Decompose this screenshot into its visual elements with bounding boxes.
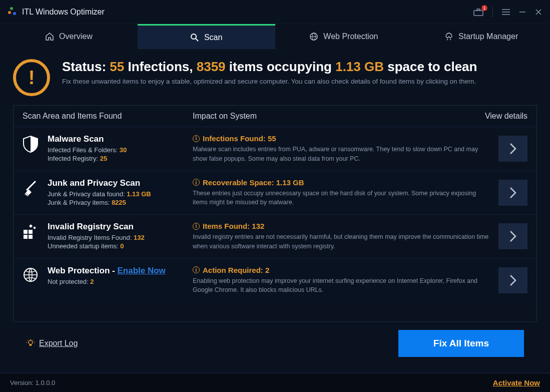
svg-line-28 [33, 340, 34, 341]
row-stat: Junk & Privacy data found: 1.13 GB [48, 190, 193, 198]
info-icon: i [193, 179, 200, 186]
search-icon [190, 33, 199, 42]
view-details-button[interactable] [498, 267, 527, 293]
divider [492, 7, 493, 18]
row-stat: Not protected: 2 [48, 278, 193, 285]
warning-icon: ! [13, 59, 50, 96]
impact-description: Malware scan includes entries from PUA, … [193, 145, 490, 164]
title-bar: ITL Windows Optimizer 1 [0, 0, 550, 24]
info-icon: i [193, 135, 200, 142]
menu-icon[interactable] [502, 9, 510, 16]
row-stat: Junk & Privacy items: 8225 [48, 199, 193, 206]
app-title: ITL Windows Optimizer [22, 8, 105, 17]
impact-description: Invalid registry entries are not necessa… [193, 232, 490, 251]
row-registry: Invalid Registry Scan Invalid Registry I… [14, 214, 536, 258]
shield-icon [23, 135, 42, 153]
view-details-button[interactable] [498, 180, 527, 206]
info-icon: i [193, 266, 200, 273]
svg-point-23 [29, 340, 33, 344]
col-impact: Impact on System [193, 112, 257, 121]
fix-all-button[interactable]: Fix All Items [398, 330, 524, 357]
tab-label: Overview [59, 32, 93, 41]
enable-now-link[interactable]: Enable Now [117, 266, 165, 275]
close-button[interactable] [535, 9, 542, 16]
status-heading: Status: 55 Infections, 8359 items occupy… [62, 59, 477, 75]
view-details-button[interactable] [498, 223, 527, 249]
main-tabs: Overview Scan Web Protection Startup Man… [0, 24, 550, 49]
impact-title: iInfections Found: 55 [193, 134, 490, 143]
content-area: ! Status: 55 Infections, 8359 items occu… [0, 49, 550, 373]
tab-label: Web Protection [323, 32, 378, 41]
info-icon: i [193, 223, 200, 230]
row-malware: Malware Scan Infected Files & Folders: 3… [14, 127, 536, 171]
impact-title: iItems Found: 132 [193, 222, 490, 230]
tab-label: Startup Manager [458, 32, 518, 41]
toolbox-icon[interactable]: 1 [473, 8, 483, 16]
row-stat: Unneeded startup items: 0 [48, 242, 193, 250]
chevron-right-icon [508, 273, 517, 287]
home-icon [45, 32, 54, 41]
tab-overview[interactable]: Overview [0, 24, 138, 49]
results-panel: Scan Area and Items Found Impact on Syst… [13, 105, 537, 322]
broom-icon [23, 179, 42, 196]
logo-icon [8, 7, 18, 17]
row-title: Malware Scan [48, 134, 193, 144]
tab-web-protection[interactable]: Web Protection [275, 24, 413, 49]
svg-rect-16 [24, 230, 28, 234]
svg-line-9 [196, 39, 198, 41]
chevron-right-icon [508, 229, 517, 243]
app-logo: ITL Windows Optimizer [8, 7, 105, 17]
chevron-right-icon [508, 186, 517, 200]
col-view-details: View details [485, 112, 527, 121]
svg-rect-1 [477, 9, 480, 11]
svg-line-13 [27, 181, 36, 190]
export-log-link[interactable]: Export Log [26, 339, 78, 348]
chevron-right-icon [508, 142, 517, 156]
row-stat: Infected Files & Folders: 30 [48, 146, 193, 154]
globe-icon [23, 267, 42, 283]
row-title: Junk and Privacy Scan [48, 178, 193, 188]
view-details-button[interactable] [498, 136, 527, 162]
impact-title: iRecoverable Space: 1.13 GB [193, 178, 490, 187]
minimize-button[interactable] [519, 9, 526, 16]
svg-rect-0 [474, 11, 483, 16]
tab-scan[interactable]: Scan [138, 24, 275, 49]
globe-icon [309, 32, 318, 41]
svg-rect-20 [29, 224, 33, 228]
version-label: Version: 1.0.0.0 [10, 379, 55, 386]
notification-badge: 1 [481, 5, 487, 11]
tab-startup-manager[interactable]: Startup Manager [412, 24, 550, 49]
lightbulb-icon [26, 339, 35, 348]
rocket-icon [444, 32, 453, 41]
svg-rect-17 [29, 230, 33, 234]
svg-point-8 [191, 34, 196, 39]
impact-description: These entries just occupy unnecessary sp… [193, 189, 490, 208]
row-web-protection: Web Protection - Enable Now Not protecte… [14, 258, 536, 302]
row-title: Invalid Registry Scan [48, 222, 193, 232]
activate-now-link[interactable]: Activate Now [493, 378, 540, 387]
impact-description: Enabling web protection may improve your… [193, 276, 490, 295]
svg-rect-21 [33, 226, 36, 229]
registry-icon [23, 223, 42, 239]
svg-line-27 [28, 340, 29, 341]
svg-rect-29 [30, 344, 32, 346]
footer-bar: Version: 1.0.0.0 Activate Now [0, 373, 550, 392]
svg-rect-18 [24, 235, 28, 239]
row-title: Web Protection - Enable Now [48, 266, 193, 276]
row-stat: Invalid Registry Items Found: 132 [48, 234, 193, 241]
col-scan-area: Scan Area and Items Found [23, 112, 193, 121]
svg-rect-19 [29, 235, 33, 239]
status-subtitle: Fix these unwanted items to enjoy a stab… [62, 78, 477, 85]
row-junk: Junk and Privacy Scan Junk & Privacy dat… [14, 171, 536, 215]
row-stat: Infected Registry: 25 [48, 155, 193, 162]
tab-label: Scan [204, 33, 222, 42]
impact-title: iAction Required: 2 [193, 266, 490, 274]
